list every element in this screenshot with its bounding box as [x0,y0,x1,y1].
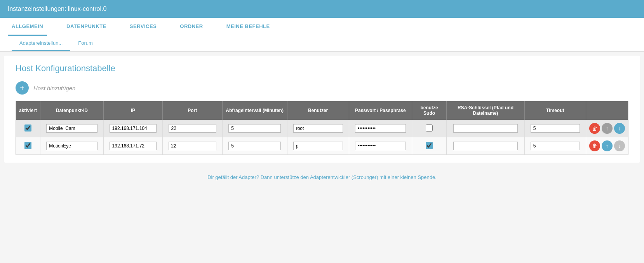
add-host-label: Host hinzufügen [33,85,75,91]
cell-rsa-schluessel-0 [447,120,525,137]
checkbox-benutze-sudo-1[interactable] [426,142,433,149]
move-down-button-0[interactable]: ↓ [614,123,625,134]
action-buttons-1: 🗑↑↓ [589,140,625,151]
cell-port-0 [162,120,222,137]
tab-ordner[interactable]: ORDNER [176,18,207,36]
add-host-button[interactable]: + [16,81,29,95]
col-passwort: Passwort / Passphrase [349,101,412,120]
move-up-button-1[interactable]: ↑ [602,140,613,151]
table-row: 🗑↑↓ [16,120,628,137]
col-abfrageintervall: Abfrageintervall (Minuten) [222,101,287,120]
cell-benutze-sudo-1 [412,137,447,155]
col-timeout: Timeout [524,101,586,120]
cell-rsa-schluessel-1 [447,137,525,155]
input-abfrageintervall-1[interactable] [228,142,281,150]
input-datenpunkt-id-0[interactable] [46,124,97,133]
delete-button-1[interactable]: 🗑 [589,140,600,151]
main-content: Host Konfigurationstabelle + Host hinzuf… [4,56,640,163]
footer-text: Dir gefällt der Adapter? Dann unterstütz… [207,174,437,180]
cell-ip-0 [103,120,162,137]
add-host-row: + Host hinzufügen [16,81,628,95]
sub-tab-forum[interactable]: Forum [70,36,101,51]
input-rsa-schluessel-1[interactable] [453,142,517,150]
input-passwort-0[interactable] [355,124,406,133]
delete-button-0[interactable]: 🗑 [589,123,600,134]
col-ip: IP [103,101,162,120]
sub-tab-nav: Adaptereinstellun... Forum [0,36,644,52]
cell-benutze-sudo-0 [412,120,447,137]
input-timeout-0[interactable] [531,124,580,133]
input-benutzer-1[interactable] [293,142,343,150]
checkbox-aktiviert-1[interactable] [24,142,31,149]
col-benutzer: Benutzer [287,101,349,120]
tab-services[interactable]: SERVICES [126,18,161,36]
cell-datenpunkt-id-1 [40,137,104,155]
config-table: aktiviert Datenpunkt-ID IP Port Abfragei… [16,101,628,155]
input-benutzer-0[interactable] [293,124,343,133]
input-port-0[interactable] [169,124,216,133]
cell-passwort-1 [349,137,412,155]
table-header-row: aktiviert Datenpunkt-ID IP Port Abfragei… [16,101,628,120]
input-datenpunkt-id-1[interactable] [46,142,97,150]
cell-actions-1: 🗑↑↓ [586,137,628,155]
input-rsa-schluessel-0[interactable] [453,124,517,133]
cell-passwort-0 [349,120,412,137]
cell-actions-0: 🗑↑↓ [586,120,628,137]
footer: Dir gefällt der Adapter? Dann unterstütz… [0,167,644,188]
main-tab-nav: ALLGEMEIN DATENPUNKTE SERVICES ORDNER ME… [0,18,644,36]
cell-abfrageintervall-0 [222,120,287,137]
move-down-button-1[interactable]: ↓ [614,140,625,151]
input-port-1[interactable] [169,142,216,150]
cell-ip-1 [103,137,162,155]
cell-benutzer-1 [287,137,349,155]
section-title: Host Konfigurationstabelle [16,63,628,74]
action-buttons-0: 🗑↑↓ [589,123,625,134]
input-passwort-1[interactable] [355,142,406,150]
cell-aktiviert-0 [16,120,40,137]
col-port: Port [162,101,222,120]
sub-tab-adaptereinstellungen[interactable]: Adaptereinstellun... [12,36,70,51]
cell-abfrageintervall-1 [222,137,287,155]
cell-timeout-0 [524,120,586,137]
input-timeout-1[interactable] [531,142,580,150]
tab-datenpunkte[interactable]: DATENPUNKTE [63,18,110,36]
input-ip-1[interactable] [110,142,157,150]
title-bar: Instanzeinstellungen: linux-control.0 [0,0,644,18]
table-row: 🗑↑↓ [16,137,628,155]
move-up-button-0[interactable]: ↑ [602,123,613,134]
col-aktiviert: aktiviert [16,101,40,120]
cell-benutzer-0 [287,120,349,137]
col-benutze-sudo: benutze Sudo [412,101,447,120]
input-abfrageintervall-0[interactable] [228,124,281,133]
page-title: Instanzeinstellungen: linux-control.0 [8,5,106,12]
cell-timeout-1 [524,137,586,155]
cell-datenpunkt-id-0 [40,120,104,137]
checkbox-benutze-sudo-0[interactable] [426,124,433,132]
tab-allgemein[interactable]: ALLGEMEIN [8,18,47,36]
col-datenpunkt-id: Datenpunkt-ID [40,101,104,120]
checkbox-aktiviert-0[interactable] [24,124,31,132]
cell-port-1 [162,137,222,155]
col-rsa-schluessel: RSA-Schlüssel (Pfad und Dateiname) [447,101,525,120]
cell-aktiviert-1 [16,137,40,155]
col-actions [586,101,628,120]
input-ip-0[interactable] [110,124,157,133]
tab-meine-befehle[interactable]: MEINE BEFEHLE [223,18,274,36]
